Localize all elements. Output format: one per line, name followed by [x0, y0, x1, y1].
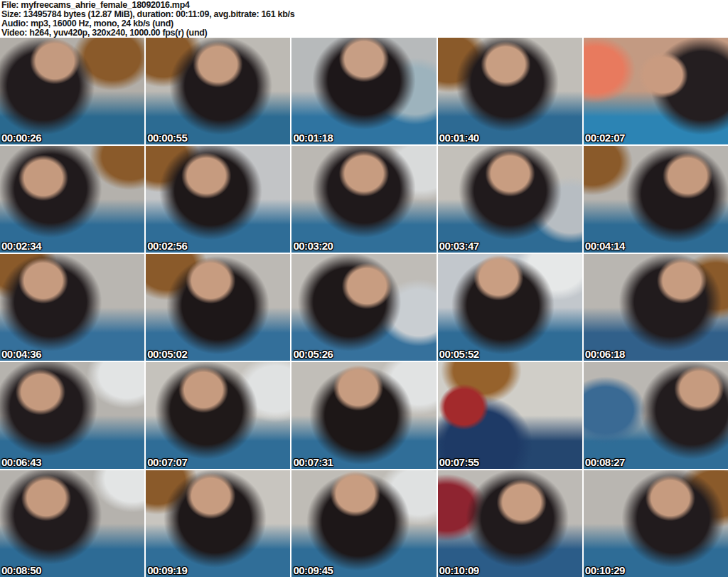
video-thumbnail: 00:05:26: [291, 254, 436, 361]
thumbnail-timestamp: 00:03:47: [439, 240, 479, 252]
thumbnail-timestamp: 00:05:52: [439, 348, 479, 360]
video-thumbnail: 00:04:36: [0, 254, 144, 361]
video-thumbnail: 00:08:50: [0, 470, 144, 577]
video-thumbnail: 00:02:07: [584, 38, 728, 144]
file-info-header: File: myfreecams_ahrie_female_18092016.m…: [0, 0, 728, 38]
thumbnail-timestamp: 00:00:26: [1, 132, 41, 144]
video-thumbnail: 00:01:40: [438, 38, 582, 144]
thumbnail-timestamp: 00:04:14: [585, 240, 625, 252]
video-thumbnail: 00:00:26: [0, 38, 144, 144]
thumbnail-timestamp: 00:06:43: [1, 456, 41, 468]
thumbnail-timestamp: 00:03:20: [293, 240, 333, 252]
thumbnail-timestamp: 00:01:18: [293, 132, 333, 144]
thumbnail-timestamp: 00:10:29: [585, 564, 625, 576]
thumbnail-timestamp: 00:09:19: [147, 564, 187, 576]
thumbnail-timestamp: 00:05:26: [293, 348, 333, 360]
video-thumbnail: 00:10:09: [438, 470, 582, 577]
video-thumbnail: 00:06:18: [584, 254, 728, 361]
thumbnail-timestamp: 00:07:07: [147, 456, 187, 468]
video-thumbnail: 00:00:55: [146, 38, 290, 144]
video-thumbnail: 00:07:07: [146, 362, 290, 469]
thumbnail-timestamp: 00:10:09: [439, 564, 479, 576]
video-thumbnail: 00:09:19: [146, 470, 290, 577]
thumbnail-timestamp: 00:08:27: [585, 456, 625, 468]
video-thumbnail: 00:08:27: [584, 362, 728, 469]
thumbnail-timestamp: 00:01:40: [439, 132, 479, 144]
video-thumbnail: 00:02:34: [0, 146, 144, 253]
thumbnail-timestamp: 00:02:56: [147, 240, 187, 252]
contact-sheet: File: myfreecams_ahrie_female_18092016.m…: [0, 0, 728, 577]
thumbnail-timestamp: 00:07:31: [293, 456, 333, 468]
thumbnail-timestamp: 00:04:36: [1, 348, 41, 360]
video-thumbnail: 00:03:20: [291, 146, 436, 253]
video-thumbnail: 00:01:18: [291, 38, 436, 144]
thumbnail-grid: 00:00:2600:00:5500:01:1800:01:4000:02:07…: [0, 38, 728, 577]
video-thumbnail: 00:04:14: [584, 146, 728, 253]
video-thumbnail: 00:09:45: [291, 470, 436, 577]
video-thumbnail: 00:05:02: [146, 254, 290, 361]
video-thumbnail: 00:03:47: [438, 146, 582, 253]
thumbnail-timestamp: 00:02:34: [1, 240, 41, 252]
video-thumbnail: 00:06:43: [0, 362, 144, 469]
video-info-line: Video: h264, yuv420p, 320x240, 1000.00 f…: [1, 28, 728, 38]
thumbnail-timestamp: 00:05:02: [147, 348, 187, 360]
video-thumbnail: 00:07:55: [438, 362, 582, 469]
thumbnail-timestamp: 00:09:45: [293, 564, 333, 576]
thumbnail-timestamp: 00:08:50: [1, 564, 41, 576]
video-thumbnail: 00:02:56: [146, 146, 290, 253]
thumbnail-timestamp: 00:02:07: [585, 132, 625, 144]
thumbnail-timestamp: 00:00:55: [147, 132, 187, 144]
video-thumbnail: 00:07:31: [291, 362, 436, 469]
video-thumbnail: 00:05:52: [438, 254, 582, 361]
video-thumbnail: 00:10:29: [584, 470, 728, 577]
thumbnail-timestamp: 00:07:55: [439, 456, 479, 468]
thumbnail-timestamp: 00:06:18: [585, 348, 625, 360]
